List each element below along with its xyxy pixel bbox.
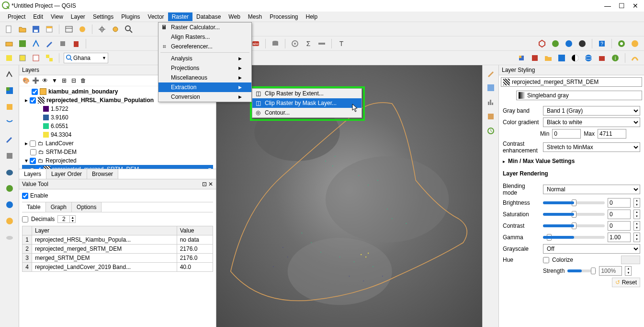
tab-browser[interactable]: Browser xyxy=(87,169,118,179)
select-all-button[interactable] xyxy=(44,53,55,63)
color-picker[interactable] xyxy=(621,256,640,264)
measure-button[interactable] xyxy=(316,38,327,49)
gear-button[interactable] xyxy=(290,38,300,49)
table-row[interactable]: 1reprojected_HRSL_Kiambu_Popula...no dat… xyxy=(23,235,213,245)
menu-web[interactable]: Web xyxy=(225,12,244,21)
table-row[interactable]: 2reprojected_merged_SRTM_DEM2176.0 xyxy=(23,245,213,254)
rendering-icon[interactable] xyxy=(486,111,496,122)
deselect-button[interactable] xyxy=(31,53,41,63)
gray-band-select[interactable]: Band 1 (Gray) xyxy=(543,106,640,116)
raster-tool-button[interactable] xyxy=(556,53,567,63)
spinner[interactable]: ▲▼ xyxy=(633,210,640,219)
min-input[interactable] xyxy=(552,129,581,139)
select-button[interactable] xyxy=(4,53,14,63)
strength-slider[interactable] xyxy=(567,269,596,272)
minimize-button[interactable]: — xyxy=(604,2,611,10)
menu-miscellaneous[interactable]: Miscellaneous▶ xyxy=(158,73,251,82)
table-row[interactable]: 3merged_SRTM_DEM2176.0 xyxy=(23,254,213,263)
close-button[interactable]: ✕ xyxy=(633,2,638,10)
layer-chk[interactable] xyxy=(30,140,36,147)
menu-projections[interactable]: Projections▶ xyxy=(158,63,251,73)
menu-extraction[interactable]: Extraction▶ xyxy=(158,82,251,92)
wms-icon[interactable] xyxy=(3,182,16,195)
menu-mesh[interactable]: Mesh xyxy=(244,12,266,21)
open-project-button[interactable] xyxy=(17,24,28,35)
filter-icon[interactable]: ▼ xyxy=(51,77,58,84)
symbology-icon[interactable] xyxy=(486,68,496,79)
menu-conversion[interactable]: Conversion▶ xyxy=(158,92,251,102)
menu-analysis[interactable]: Analysis▶ xyxy=(158,54,251,63)
max-input[interactable] xyxy=(598,129,626,139)
close-panel-icon[interactable]: ✕ xyxy=(208,181,213,187)
menu-database[interactable]: Database xyxy=(192,12,225,21)
menu-view[interactable]: View xyxy=(47,12,67,21)
menu-align-rasters[interactable]: Align Rasters... xyxy=(158,32,251,42)
undock-icon[interactable]: ⊡ xyxy=(202,181,207,187)
spinner[interactable]: ▲▼ xyxy=(633,233,640,242)
mesh-layer-icon[interactable] xyxy=(3,101,16,113)
renderer-selector[interactable]: Singleband gray xyxy=(516,91,642,100)
gamma-slider[interactable] xyxy=(543,236,605,239)
delete-button[interactable] xyxy=(71,38,81,49)
col-value[interactable]: Value xyxy=(177,226,213,235)
layer-selector[interactable]: reprojected_merged_SRTM_DEM xyxy=(501,77,642,87)
wfs-icon[interactable] xyxy=(3,199,16,211)
vector-layer-icon[interactable] xyxy=(3,68,16,81)
menu-edit[interactable]: Edit xyxy=(29,12,47,21)
elephant-icon[interactable] xyxy=(3,166,16,178)
layout-manager-button[interactable] xyxy=(64,24,74,35)
zoom-in-button[interactable] xyxy=(124,24,134,35)
maximize-button[interactable]: ☐ xyxy=(619,2,625,10)
add-raster-button[interactable] xyxy=(17,38,28,49)
gamma-input[interactable] xyxy=(608,233,631,242)
tab-layer-order[interactable]: Layer Order xyxy=(46,169,87,179)
layer-chk[interactable] xyxy=(32,89,38,95)
menu-processing[interactable]: Processing xyxy=(266,12,302,21)
curve-button[interactable] xyxy=(630,53,640,63)
style-manager-button[interactable] xyxy=(77,24,88,35)
cloud-icon[interactable] xyxy=(3,231,16,244)
label-red-button[interactable]: abc xyxy=(250,38,261,49)
box-button[interactable] xyxy=(597,53,607,63)
contrast-button[interactable] xyxy=(570,53,580,63)
new-shapefile-button[interactable] xyxy=(31,38,41,49)
red-tool-button[interactable] xyxy=(530,53,540,63)
sigma-button[interactable]: Σ xyxy=(303,38,314,49)
menu-clip-by-extent[interactable]: ◫Clip Raster by Extent... xyxy=(252,89,362,98)
style-icon[interactable]: 🎨 xyxy=(22,77,30,84)
save-project-button[interactable] xyxy=(31,24,41,35)
globe-button[interactable] xyxy=(583,53,594,63)
globe-green-button[interactable] xyxy=(550,38,561,49)
db-button[interactable] xyxy=(270,38,281,49)
menu-raster[interactable]: Raster xyxy=(168,12,192,21)
layer-chk[interactable] xyxy=(30,97,36,104)
add-group-icon[interactable]: ➕ xyxy=(32,77,39,84)
menu-raster-calculator[interactable]: 🖩Raster Calculator... xyxy=(158,23,251,32)
postgis-icon[interactable] xyxy=(3,133,16,146)
expand-icon[interactable]: ⊞ xyxy=(60,77,68,84)
add-vector-button[interactable] xyxy=(4,38,14,49)
color-gradient-select[interactable]: Black to white xyxy=(543,117,640,127)
globe-blue-button[interactable] xyxy=(564,38,574,49)
layer-chk[interactable] xyxy=(30,149,36,155)
menu-georeferencer[interactable]: ⌗Georeferencer... xyxy=(158,42,251,51)
select-by-button[interactable] xyxy=(17,53,28,63)
chip-button[interactable] xyxy=(57,38,68,49)
text-button[interactable]: T xyxy=(336,38,347,49)
location-input[interactable] xyxy=(73,55,102,61)
menu-contour[interactable]: ◎Contour... xyxy=(252,108,362,117)
osm-load-button[interactable] xyxy=(630,38,640,49)
spinner[interactable]: ▲▼ xyxy=(625,266,632,276)
menu-vector[interactable]: Vector xyxy=(144,12,168,21)
minmax-heading[interactable]: Min / Max Value Settings xyxy=(508,158,575,164)
contrast-slider[interactable] xyxy=(543,224,605,227)
menu-clip-by-mask[interactable]: ◫Clip Raster by Mask Layer... xyxy=(252,98,362,108)
spinner[interactable]: ▲▼ xyxy=(633,198,640,208)
osm-button[interactable] xyxy=(616,38,627,49)
hexagon-button[interactable] xyxy=(537,38,547,49)
table-row[interactable]: 4reprojected_LandCover_2019 Band...40.0 xyxy=(23,263,213,272)
col-layer[interactable]: Layer xyxy=(32,226,177,235)
histogram-icon[interactable] xyxy=(486,97,496,107)
transparency-icon[interactable] xyxy=(486,82,496,93)
edit-button[interactable] xyxy=(44,38,55,49)
